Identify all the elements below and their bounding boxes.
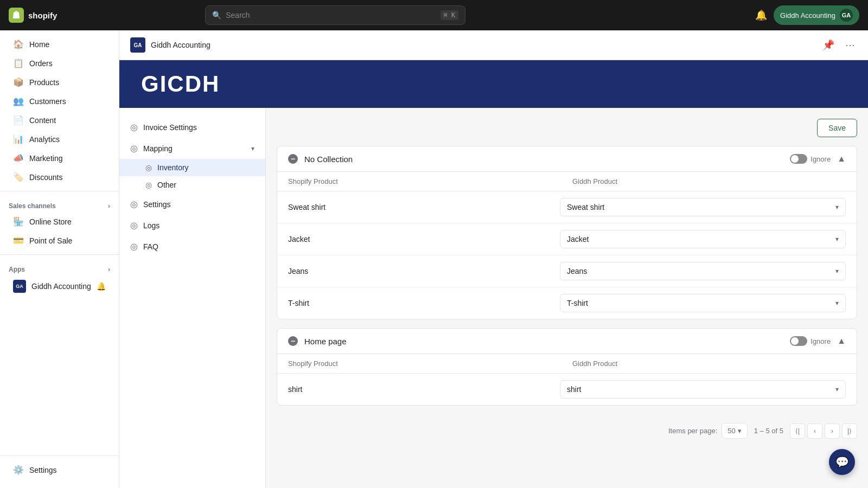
sidebar-item-label: Orders [29,59,53,68]
giddh-product-value: Jacket [567,235,589,243]
home-page-column-headers: Shopify Product Giddh Product [277,354,857,374]
save-button[interactable]: Save [817,119,857,137]
shopify-logo[interactable]: shopify [9,8,57,23]
left-nav-mapping-label: Mapping [143,144,173,153]
sidebar-item-online-store[interactable]: 🏪 Online Store [4,212,114,231]
page-nav: ⟨| ‹ › |⟩ [790,423,857,439]
settings-icon: ⚙️ [13,465,24,475]
sidebar-item-label: Content [29,116,56,125]
layout: 🏠 Home 📋 Orders 📦 Products 👥 Customers 📄… [0,30,868,488]
user-menu[interactable]: Giddh Accounting GA [774,5,859,25]
chevron-down-icon: ▾ [835,203,839,211]
last-page-btn[interactable]: |⟩ [842,423,857,439]
left-nav-logs-label: Logs [143,221,159,230]
app-header-title: Giddh Accounting [151,41,210,49]
right-panel: Save − No Collection Ignore [266,108,868,488]
sidebar-item-products[interactable]: 📦 Products [4,73,114,92]
giddh-product-dropdown[interactable]: Sweat shirt ▾ [560,198,846,216]
giddh-product-dropdown[interactable]: Jeans ▾ [560,262,846,280]
giddh-product-dropdown[interactable]: T-shirt ▾ [560,294,846,312]
table-row: Sweat shirt Sweat shirt ▾ [277,191,857,223]
sidebar-item-discounts[interactable]: 🏷️ Discounts [4,168,114,187]
giddh-product-value: Sweat shirt [567,203,604,211]
sidebar-item-settings[interactable]: ⚙️ Settings [4,460,114,479]
table-row: Jacket Jacket ▾ [277,223,857,255]
chevron-down-icon: ▾ [835,299,839,307]
user-avatar: GA [840,9,853,22]
sidebar-divider-2 [0,254,119,255]
apps-expand-icon[interactable]: › [108,266,110,273]
sidebar-item-label: Analytics [29,135,60,144]
shopify-product-name: Sweat shirt [288,203,560,211]
home-page-header: − Home page Ignore ▲ [277,329,857,354]
home-page-collapse-btn[interactable]: ▲ [837,336,846,346]
home-page-ignore-toggle[interactable]: Ignore [790,336,831,346]
sidebar-item-point-of-sale[interactable]: 💳 Point of Sale [4,231,114,250]
per-page-chevron: ▾ [738,427,742,435]
more-options-icon[interactable]: ⋯ [843,37,857,53]
left-nav-mapping[interactable]: ◎ Mapping ▾ [119,138,265,159]
shopify-product-col-header-2: Shopify Product [288,359,561,368]
sidebar-item-marketing[interactable]: 📣 Marketing [4,149,114,168]
app-header-icon: GA [130,37,145,53]
inventory-icon: ◎ [145,163,152,172]
left-nav-invoice-settings[interactable]: ◎ Invoice Settings [119,117,265,138]
chat-icon: 💬 [835,455,849,468]
shopify-product-name: shirt [288,385,560,394]
user-name: Giddh Accounting [780,11,835,20]
point-of-sale-icon: 💳 [13,235,24,246]
left-nav-logs[interactable]: ◎ Logs [119,215,265,236]
sidebar-item-label: Home [29,40,49,49]
sidebar-item-giddh-accounting[interactable]: GA Giddh Accounting 🔔 [4,275,114,297]
search-input[interactable] [226,11,436,20]
sidebar-item-home[interactable]: 🏠 Home [4,35,114,54]
left-nav-settings[interactable]: ◎ Settings [119,194,265,215]
giddh-banner: GICDH [119,60,868,108]
sidebar-item-label: Products [29,78,59,87]
settings-nav-icon: ◎ [130,199,138,209]
table-row: Jeans Jeans ▾ [277,255,857,287]
no-collection-collapse-btn[interactable]: ▲ [837,154,846,164]
giddh-app-icon: GA [13,280,26,293]
shopify-bag-icon [9,8,24,23]
other-icon: ◎ [145,181,152,189]
sidebar-settings-label: Settings [29,466,57,474]
giddh-product-dropdown[interactable]: Jacket ▾ [560,230,846,248]
giddh-product-col-header-2: Giddh Product [561,359,846,368]
giddh-product-dropdown[interactable]: shirt ▾ [560,380,846,399]
mapping-expand-icon[interactable]: ▾ [251,145,254,152]
panel-header: Save [277,119,857,137]
online-store-icon: 🏪 [13,216,24,227]
sidebar-item-analytics[interactable]: 📊 Analytics [4,130,114,149]
left-nav-faq[interactable]: ◎ FAQ [119,236,265,257]
no-collection-column-headers: Shopify Product Giddh Product [277,172,857,191]
no-collection-toggle-switch[interactable] [790,154,807,164]
prev-page-btn[interactable]: ‹ [807,423,822,439]
sales-channels-expand-icon[interactable]: › [108,202,110,210]
sidebar-divider-3 [0,455,119,456]
sidebar-item-orders[interactable]: 📋 Orders [4,54,114,73]
no-collection-ignore-toggle[interactable]: Ignore [790,154,831,164]
home-page-title: Home page [304,337,347,346]
sidebar-item-customers[interactable]: 👥 Customers [4,92,114,111]
per-page-select[interactable]: 50 ▾ [722,423,747,439]
search-box[interactable]: 🔍 ⌘ K [205,5,465,25]
giddh-product-col-header: Giddh Product [561,177,846,185]
content-area: ◎ Invoice Settings ◎ Mapping ▾ ◎ Invento… [119,108,868,488]
chevron-down-icon: ▾ [835,267,839,275]
left-nav-inventory[interactable]: ◎ Inventory [119,159,265,176]
first-page-btn[interactable]: ⟨| [790,423,805,439]
items-per-page: Items per page: 50 ▾ [668,423,748,439]
customers-icon: 👥 [13,96,24,106]
sidebar-divider [0,191,119,191]
app-header: GA Giddh Accounting 📌 ⋯ [119,30,868,60]
sidebar-item-content[interactable]: 📄 Content [4,111,114,130]
left-nav-other[interactable]: ◎ Other [119,176,265,194]
shopify-product-name: Jeans [288,267,560,275]
discounts-icon: 🏷️ [13,172,24,182]
notification-icon[interactable]: 🔔 [755,9,767,21]
home-page-toggle-switch[interactable] [790,336,807,346]
chat-button[interactable]: 💬 [829,449,855,475]
next-page-btn[interactable]: › [825,423,840,439]
pin-icon[interactable]: 📌 [820,37,837,53]
